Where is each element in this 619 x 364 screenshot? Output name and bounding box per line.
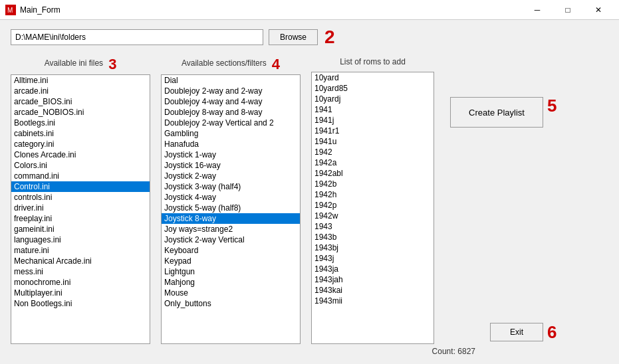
list-item[interactable]: Control.ini bbox=[11, 181, 150, 192]
list-item[interactable]: Clones Arcade.ini bbox=[11, 149, 150, 160]
list-item[interactable]: languages.ini bbox=[11, 234, 150, 245]
list-item[interactable]: command.ini bbox=[11, 171, 150, 181]
list-item[interactable]: Lightgun bbox=[162, 266, 300, 277]
list-item[interactable]: Joystick 8-way bbox=[162, 213, 300, 224]
ini-files-column: Available ini files 3 Alltime.iniarcade.… bbox=[11, 57, 150, 344]
list-item[interactable]: 1942a bbox=[312, 157, 433, 168]
list-item[interactable]: 1942b bbox=[312, 179, 433, 189]
list-item[interactable]: Bootlegs.ini bbox=[11, 118, 150, 128]
list-item[interactable]: Non Bootlegs.ini bbox=[11, 298, 150, 309]
list-item[interactable]: Mechanical Arcade.ini bbox=[11, 256, 150, 266]
list-item[interactable]: Joystick 4-way bbox=[162, 192, 300, 203]
list-item[interactable]: Dial bbox=[162, 75, 300, 86]
list-item[interactable]: 1942p bbox=[312, 200, 433, 211]
list-item[interactable]: 10yard85 bbox=[312, 83, 433, 94]
list-item[interactable]: Joystick 3-way (half4) bbox=[162, 181, 300, 192]
list-item[interactable]: monochrome.ini bbox=[11, 277, 150, 288]
lists-area: Available ini files 3 Alltime.iniarcade.… bbox=[11, 57, 608, 344]
list-item[interactable]: Mahjong bbox=[162, 277, 300, 288]
title-bar: M Main_Form ─ □ ✕ bbox=[0, 0, 619, 20]
list-item[interactable]: 1941 bbox=[312, 104, 433, 115]
list-item[interactable]: Joystick 2-way bbox=[162, 171, 300, 181]
path-input[interactable] bbox=[11, 29, 263, 45]
list-item[interactable]: Keypad bbox=[162, 256, 300, 266]
list-item[interactable]: 1943kai bbox=[312, 285, 433, 296]
list-item[interactable]: 1942h bbox=[312, 189, 433, 200]
list-item[interactable]: 1942abl bbox=[312, 168, 433, 179]
list-item[interactable]: driver.ini bbox=[11, 203, 150, 213]
list-item[interactable]: mess.ini bbox=[11, 266, 150, 277]
ini-files-listbox[interactable]: Alltime.iniarcade.iniarcade_BIOS.iniarca… bbox=[11, 74, 150, 344]
bottom-row: Count: 6827 bbox=[11, 344, 608, 356]
roms-label: List of roms to add bbox=[340, 57, 406, 66]
list-item[interactable]: Only_buttons bbox=[162, 298, 300, 309]
exit-button[interactable]: Exit bbox=[490, 323, 543, 341]
list-item[interactable]: controls.ini bbox=[11, 192, 150, 203]
list-item[interactable]: Joy ways=strange2 bbox=[162, 224, 300, 234]
list-item[interactable]: Alltime.ini bbox=[11, 75, 150, 86]
svg-text:M: M bbox=[7, 7, 13, 14]
list-item[interactable]: 1943bj bbox=[312, 242, 433, 253]
create-playlist-button[interactable]: Create Playlist bbox=[450, 97, 543, 128]
ini-files-number: 3 bbox=[108, 57, 116, 72]
window-controls: ─ □ ✕ bbox=[522, 0, 614, 20]
list-item[interactable]: 1941u bbox=[312, 136, 433, 147]
path-row: Browse 2 bbox=[11, 28, 608, 46]
list-item[interactable]: Doublejoy 2-way and 2-way bbox=[162, 86, 300, 96]
sections-label: Available sections/filters bbox=[182, 58, 267, 68]
browse-button[interactable]: Browse bbox=[269, 29, 318, 45]
main-content: Browse 2 Available ini files 3 Alltime.i… bbox=[0, 20, 619, 364]
list-item[interactable]: Keyboard bbox=[162, 245, 300, 256]
list-item[interactable]: Joystick 16-way bbox=[162, 160, 300, 171]
list-item[interactable]: freeplay.ini bbox=[11, 213, 150, 224]
list-item[interactable]: arcade.ini bbox=[11, 86, 150, 96]
list-item[interactable]: cabinets.ini bbox=[11, 128, 150, 139]
list-item[interactable]: arcade_BIOS.ini bbox=[11, 96, 150, 107]
maximize-button[interactable]: □ bbox=[553, 0, 583, 20]
list-item[interactable]: 1943ja bbox=[312, 264, 433, 274]
list-item[interactable]: Doublejoy 4-way and 4-way bbox=[162, 96, 300, 107]
minimize-button[interactable]: ─ bbox=[522, 0, 553, 20]
list-item[interactable]: Colors.ini bbox=[11, 160, 150, 171]
list-item[interactable]: Hanafuda bbox=[162, 139, 300, 149]
window-title: Main_Form bbox=[20, 5, 61, 15]
list-item[interactable]: 1943mii bbox=[312, 296, 433, 306]
roms-listbox[interactable]: 10yard10yard8510yardj19411941j1941r11941… bbox=[311, 72, 434, 344]
list-item[interactable]: Mouse bbox=[162, 288, 300, 298]
list-item[interactable]: arcade_NOBIOS.ini bbox=[11, 107, 150, 118]
list-item[interactable]: 10yardj bbox=[312, 94, 433, 104]
list-item[interactable]: 1942 bbox=[312, 147, 433, 157]
sections-listbox[interactable]: DialDoublejoy 2-way and 2-wayDoublejoy 4… bbox=[161, 74, 301, 344]
list-item[interactable]: category.ini bbox=[11, 139, 150, 149]
ini-files-label: Available ini files bbox=[45, 58, 104, 68]
list-item[interactable]: Multiplayer.ini bbox=[11, 288, 150, 298]
sections-number: 4 bbox=[272, 57, 280, 72]
sections-column: Available sections/filters 4 DialDoublej… bbox=[161, 57, 301, 344]
list-item[interactable]: 1941r1 bbox=[312, 126, 433, 136]
browse-number: 2 bbox=[324, 28, 335, 46]
list-item[interactable]: Gambling bbox=[162, 128, 300, 139]
list-item[interactable]: 10yard bbox=[312, 72, 433, 83]
list-item[interactable]: 1943b bbox=[312, 232, 433, 242]
list-item[interactable]: Doublejoy 8-way and 8-way bbox=[162, 107, 300, 118]
app-icon: M bbox=[5, 5, 16, 15]
list-item[interactable]: 1943 bbox=[312, 221, 433, 232]
list-item[interactable]: 1941j bbox=[312, 115, 433, 126]
roms-column: List of roms to add 10yard10yard8510yard… bbox=[311, 57, 434, 344]
list-item[interactable]: gameinit.ini bbox=[11, 224, 150, 234]
list-item[interactable]: Joystick 5-way (half8) bbox=[162, 203, 300, 213]
create-playlist-number: 5 bbox=[547, 97, 557, 114]
list-item[interactable]: mature.ini bbox=[11, 245, 150, 256]
list-item[interactable]: Joystick 1-way bbox=[162, 149, 300, 160]
list-item[interactable]: 1943j bbox=[312, 253, 433, 264]
list-item[interactable]: 1943jah bbox=[312, 274, 433, 285]
list-item[interactable]: Joystick 2-way Vertical bbox=[162, 234, 300, 245]
list-item[interactable]: 1942w bbox=[312, 211, 433, 221]
count-label: Count: 6827 bbox=[432, 347, 475, 356]
list-item[interactable]: Doublejoy 2-way Vertical and 2 bbox=[162, 118, 300, 128]
close-button[interactable]: ✕ bbox=[583, 0, 614, 20]
right-panel: Create Playlist 5 Exit 6 bbox=[450, 57, 557, 344]
exit-number: 6 bbox=[547, 323, 557, 341]
